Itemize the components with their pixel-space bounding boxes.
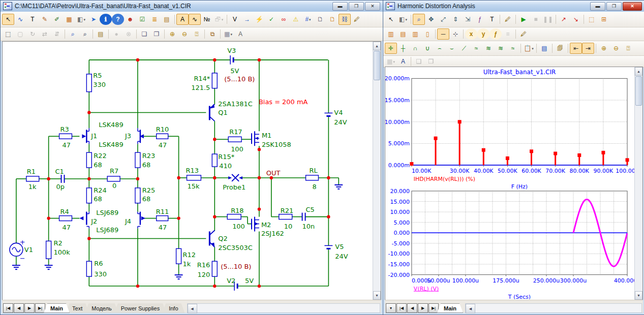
show-conditions-icon[interactable]: ✓ [265,14,278,25]
component-label[interactable]: 47 [63,141,71,149]
component-label[interactable]: Q2 [218,235,227,242]
component-label[interactable]: R3 [60,125,69,133]
component-label[interactable]: 330 [94,270,107,278]
component-label[interactable]: 68 [142,195,150,203]
component-label[interactable]: 120 [198,271,210,278]
auto-scale-x-icon[interactable]: ⇤ [570,43,582,54]
model-check-icon[interactable]: ☑ [136,14,148,25]
component-label[interactable]: 68 [142,161,150,169]
info-off-icon[interactable]: ● [110,28,122,40]
numeric-output-icon[interactable]: ▤ [538,43,550,54]
shape-tool-icon[interactable]: ◧▾ [397,14,409,25]
component-label[interactable]: R5 [93,72,102,79]
minimize-button[interactable]: ▬ [332,2,348,11]
paste-waveform-icon[interactable]: 📋▾ [523,43,535,54]
tab-info[interactable]: Info [162,303,185,313]
envelope-top-icon[interactable]: ≋ [495,43,507,54]
send-to-back-icon[interactable]: ❐ [425,56,437,67]
graphics-mode-icon[interactable]: ✎ [39,14,51,25]
scroll-up-arrow[interactable]: ▲ [635,67,642,76]
component-label[interactable]: 15k [188,182,200,190]
inflection-icon[interactable]: ⟋ [458,43,470,54]
component-label[interactable]: 2SC3503C [218,244,252,251]
component-label[interactable]: R24 [94,186,106,194]
component-label[interactable]: 47 [159,141,167,149]
component-label[interactable]: R7 [110,167,118,175]
tab-nav-button[interactable]: ◀ [407,303,417,313]
select-tool-icon[interactable]: ↖ [2,14,14,25]
hscroll-left-arrow[interactable]: ◀ [466,304,475,313]
component-label[interactable]: RL [310,167,318,174]
component-label[interactable]: R21 [281,207,293,214]
bring-to-front-icon[interactable]: ❏ [138,28,150,40]
component-label[interactable]: J3 [125,132,131,140]
restore-button[interactable]: ❐ [349,2,364,11]
show-pin-currents-icon[interactable]: → [241,14,253,25]
grid-toggle-icon[interactable]: #▾ [302,14,314,25]
next-point-icon[interactable]: ┼ [397,43,409,54]
zoom-in-icon[interactable]: ⊕ [166,28,178,40]
component-label[interactable]: 100k [54,248,71,256]
component-label[interactable]: R25 [142,186,155,194]
auto-scale-y-icon[interactable]: ⇥ [582,43,594,54]
text-mode-icon[interactable]: T [26,14,39,25]
show-power-icon[interactable]: ⚡ [253,14,265,25]
step-notes-icon[interactable]: ▤ [95,28,107,40]
valley-icon[interactable]: ∪ [421,43,434,54]
component-label[interactable]: Q1 [218,109,227,116]
tab-nav-button[interactable]: |◀ [3,303,13,313]
component-label[interactable]: R14* [194,75,210,82]
component-label[interactable]: C5 [306,206,315,213]
legend-vrl[interactable]: V(RL) (V) [414,286,439,292]
component-label[interactable]: R22 [94,152,106,160]
tab-power-supplies[interactable]: Power Supplies [114,303,166,313]
component-label[interactable]: R17 [229,128,242,136]
plots[interactable]: 20.000m15.000m10.000m5.000m0.000m10.00K3… [385,67,634,299]
zoom-out-icon[interactable]: ⊖ [178,28,191,40]
schematic-titlebar[interactable]: C:\MC11\DATA\Petrov\Ultra-Fast_banat\Ult… [1,1,383,12]
component-label[interactable]: Bias = 200 mA [259,98,308,106]
scroll-down-arrow[interactable]: ▼ [373,291,381,300]
send-to-back-icon[interactable]: ❐ [150,28,163,40]
clipboard-values-icon[interactable]: 🗐 [554,43,566,54]
info-mode-icon[interactable]: ℹ [100,14,112,25]
zoom-select-icon[interactable]: ⌕ [413,14,425,25]
schematic-drawing[interactable]: R5330R14*121.52SA1381CQ1V35V(5...10 B)Bi… [3,42,373,300]
add-curve-icon[interactable]: ↗ [558,14,570,25]
component-label[interactable]: 0p [56,183,65,191]
global-low-icon[interactable]: ≋ [482,43,495,54]
component-label[interactable]: 68 [94,195,102,203]
stop-icon[interactable]: ■ [530,14,542,25]
pan-mode-icon[interactable]: ✥ [425,14,437,25]
component-label[interactable]: R16 [197,261,210,269]
component-label[interactable]: V5 [335,243,344,250]
close-button[interactable]: ✕ [365,2,380,11]
optimize-icon[interactable]: ▤ [161,14,173,25]
component-label[interactable]: (5...10 B) [221,263,251,270]
component-label[interactable]: V3 [227,47,236,54]
plot-canvas[interactable]: 20.000m15.000m10.000m5.000m0.000m10.00K3… [385,67,643,300]
show-attribute-text-icon[interactable]: A [176,14,189,25]
component-label[interactable]: C1 [55,168,64,175]
properties-icon[interactable]: 🖉 [502,14,514,25]
component-label[interactable]: V4 [334,109,343,116]
component-label[interactable]: R11 [156,208,169,215]
component-label[interactable]: LSJ689 [96,209,118,216]
component-label[interactable]: LSK489 [99,141,124,148]
tab-модель[interactable]: Модель [85,303,118,313]
tab-nav-button[interactable]: ▶ [24,303,35,313]
component-label[interactable]: 68 [94,161,102,169]
show-waveforms-icon[interactable]: ∿ [189,14,201,25]
tab-main[interactable]: Main [437,303,463,313]
data-points-icon[interactable]: ✛ [385,43,397,54]
legend-ihd[interactable]: IHD(HARM(v(RL))) (%) [414,176,475,182]
component-label[interactable]: 1k [28,183,37,191]
vscroll-thumb[interactable] [374,51,380,80]
component-label[interactable]: 5V [230,67,239,75]
component-label[interactable]: 47 [159,224,167,231]
find-icon[interactable]: ⌕ [67,28,79,40]
schematic-vscrollbar[interactable]: ▲ ▼ [373,42,381,300]
zoom-in-icon[interactable]: ⊕ [598,43,610,54]
help-mode-icon[interactable]: ? [112,14,124,25]
tracker-cursor-icon[interactable]: ⊹ [449,28,462,40]
